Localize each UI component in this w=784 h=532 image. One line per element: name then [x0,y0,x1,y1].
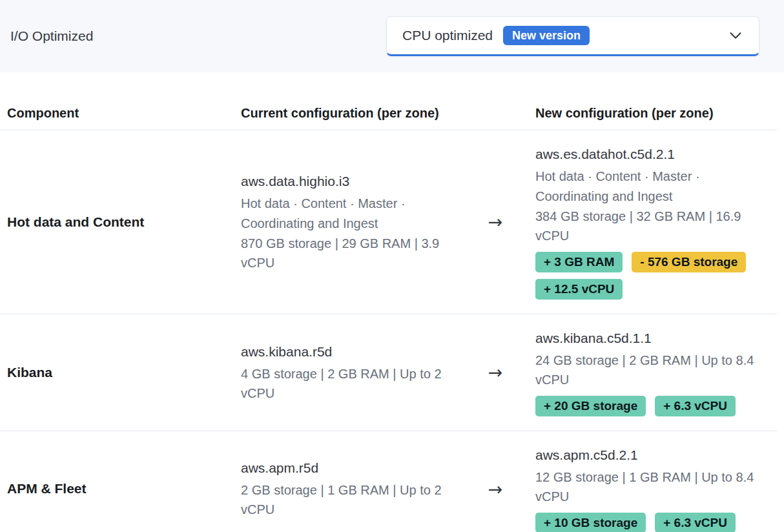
current-config-name: aws.kibana.r5d [241,342,455,362]
new-config-specs: 384 GB storage | 32 GB RAM | 16.9 vCPU [535,207,763,245]
current-config-name: aws.data.highio.i3 [241,172,455,191]
column-header-component: Component [0,106,241,121]
current-configuration-cell: aws.data.highio.i3Hot data · Content · M… [241,172,455,272]
new-configuration-cell: aws.apm.c5d.2.112 GB storage | 1 GB RAM … [535,445,777,532]
change-badge-success: + 6.3 vCPU [655,396,736,416]
change-badge-success: + 3 GB RAM [535,252,623,272]
new-config-specs: 24 GB storage | 2 GB RAM | Up to 8.4 vCP… [535,351,763,389]
change-badges: + 10 GB storage+ 6.3 vCPU [535,513,763,532]
current-config-specs: 870 GB storage | 29 GB RAM | 3.9 vCPU [241,234,455,272]
current-profile-label: I/O Optimized [10,28,93,44]
arrow-right-icon: → [455,362,535,382]
profile-select[interactable]: CPU optimized New version [386,16,759,56]
table-header-row: Component Current configuration (per zon… [0,97,777,130]
new-configuration-cell: aws.kibana.c5d.1.124 GB storage | 2 GB R… [535,329,777,416]
change-badge-success: + 12.5 vCPU [535,279,623,300]
current-configuration-cell: aws.kibana.r5d4 GB storage | 2 GB RAM | … [241,342,455,403]
new-config-name: aws.kibana.c5d.1.1 [535,329,763,348]
arrow-right-icon: → [455,212,535,232]
change-badge-success: + 10 GB storage [535,513,646,532]
table-row: Kibanaaws.kibana.r5d4 GB storage | 2 GB … [0,314,777,431]
change-badges: + 20 GB storage+ 6.3 vCPU [535,396,763,416]
new-config-name: aws.es.datahot.c5d.2.1 [535,145,763,164]
hardware-profile-bar: I/O Optimized CPU optimized New version [0,0,784,72]
component-name: APM & Fleet [0,481,241,496]
component-name: Kibana [0,365,241,380]
arrow-right-icon: → [455,479,535,499]
table-row: APM & Fleetaws.apm.r5d2 GB storage | 1 G… [0,431,777,532]
new-version-badge: New version [503,26,590,45]
new-config-specs: 12 GB storage | 1 GB RAM | Up to 8.4 vCP… [535,467,763,506]
column-header-new-configuration: New configuration (per zone) [535,106,777,121]
change-badge-warning: - 576 GB storage [632,252,746,272]
current-config-specs: 4 GB storage | 2 GB RAM | Up to 2 vCPU [241,364,455,403]
current-configuration-cell: aws.apm.r5d2 GB storage | 1 GB RAM | Up … [241,458,455,519]
current-config-roles: Hot data · Content · Master · Coordinati… [241,194,455,234]
configuration-comparison-table: Component Current configuration (per zon… [0,97,777,532]
column-header-current-configuration: Current configuration (per zone) [241,106,455,121]
change-badge-success: + 6.3 vCPU [655,513,736,532]
profile-select-value: CPU optimized [402,28,493,43]
column-header-spacer [455,106,535,121]
current-config-name: aws.apm.r5d [241,458,455,478]
change-badge-success: + 20 GB storage [535,396,646,416]
new-configuration-cell: aws.es.datahot.c5d.2.1Hot data · Content… [535,145,777,300]
current-config-specs: 2 GB storage | 1 GB RAM | Up to 2 vCPU [241,480,455,519]
new-config-name: aws.apm.c5d.2.1 [535,445,763,465]
new-config-roles: Hot data · Content · Master · Coordinati… [535,167,763,207]
table-row: Hot data and Contentaws.data.highio.i3Ho… [0,130,777,314]
component-name: Hot data and Content [0,214,241,230]
change-badges: + 3 GB RAM- 576 GB storage+ 12.5 vCPU [535,252,763,300]
chevron-down-icon [728,28,743,43]
